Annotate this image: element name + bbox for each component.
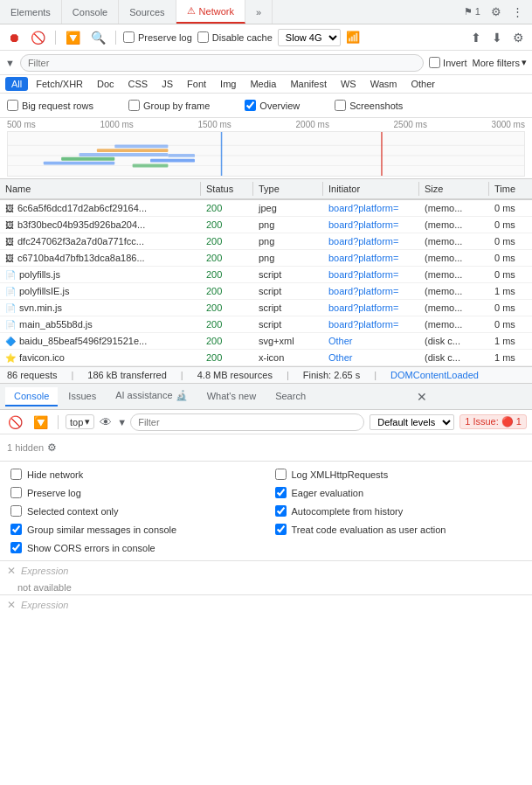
setting-checkbox-7[interactable] bbox=[275, 524, 287, 535]
settings-icon[interactable]: ⚙ bbox=[487, 3, 505, 20]
overview-checkbox[interactable] bbox=[245, 100, 256, 111]
eye-button[interactable]: 👁 bbox=[100, 415, 112, 429]
svg-rect-8 bbox=[133, 164, 169, 168]
setting-item-3[interactable]: Eager evaluation bbox=[275, 485, 522, 500]
col-time[interactable]: Time bbox=[489, 182, 532, 196]
col-size[interactable]: Size bbox=[419, 182, 489, 196]
preserve-log-label[interactable]: Preserve log bbox=[123, 31, 192, 43]
preserve-log-checkbox[interactable] bbox=[123, 31, 135, 43]
table-row[interactable]: 📄 main_ab55b8d.js 200 script board?platf… bbox=[0, 316, 532, 333]
setting-item-7[interactable]: Treat code evaluation as user action bbox=[275, 522, 522, 537]
overview-chart[interactable]: 500 ms1000 ms1500 ms2000 ms2500 ms3000 m… bbox=[0, 118, 532, 179]
col-status[interactable]: Status bbox=[201, 182, 253, 196]
setting-item-1[interactable]: Log XMLHttpRequests bbox=[275, 467, 522, 482]
setting-item-5[interactable]: Autocomplete from history bbox=[275, 504, 522, 518]
setting-item-4[interactable]: Selected context only bbox=[10, 504, 258, 518]
cell-initiator: board?platform= bbox=[323, 283, 419, 299]
filter-tab-js[interactable]: JS bbox=[155, 77, 179, 91]
tab-more[interactable]: » bbox=[245, 0, 273, 24]
overview-option[interactable]: Overview bbox=[245, 100, 300, 111]
clear-button[interactable]: 🚫 bbox=[28, 29, 48, 46]
bottom-tab-issues[interactable]: Issues bbox=[59, 387, 105, 406]
download-button[interactable]: ⬇ bbox=[489, 29, 505, 46]
table-row[interactable]: 🖼 c6710ba4d7bfb13dca8a186... 200 png boa… bbox=[0, 250, 532, 267]
bottom-tab-ai-assistance-🔬[interactable]: AI assistance 🔬 bbox=[107, 386, 196, 406]
bottom-tab-what's-new[interactable]: What's new bbox=[198, 387, 266, 406]
setting-checkbox-8[interactable] bbox=[10, 542, 22, 553]
filter-tab-img[interactable]: Img bbox=[214, 77, 242, 91]
setting-checkbox-3[interactable] bbox=[275, 487, 287, 498]
more-filters-button[interactable]: More filters ▾ bbox=[473, 57, 527, 68]
invert-checkbox[interactable] bbox=[429, 57, 440, 68]
table-row[interactable]: 📄 polyfills.js 200 script board?platform… bbox=[0, 267, 532, 283]
screenshots-option[interactable]: Screenshots bbox=[335, 100, 403, 111]
setting-item-0[interactable]: Hide network bbox=[10, 467, 258, 482]
console-filter-input[interactable] bbox=[130, 413, 364, 431]
setting-item-2[interactable]: Preserve log bbox=[10, 485, 258, 500]
svg-rect-10 bbox=[168, 154, 195, 157]
table-row[interactable]: 📄 svn.min.js 200 script board?platform= … bbox=[0, 300, 532, 316]
tab-console[interactable]: Console bbox=[62, 0, 119, 24]
filter-tab-fetch/xhr[interactable]: Fetch/XHR bbox=[30, 77, 89, 91]
filter-tab-ws[interactable]: WS bbox=[335, 77, 363, 91]
expression-1-close[interactable]: ✕ bbox=[7, 565, 16, 577]
big-request-rows-option[interactable]: Big request rows bbox=[7, 100, 93, 111]
table-row[interactable]: 🔷 baidu_85beaf5496f291521e... 200 svg+xm… bbox=[0, 333, 532, 350]
col-name[interactable]: Name bbox=[0, 182, 201, 196]
bottom-tab-search[interactable]: Search bbox=[266, 387, 314, 406]
cell-name: 🔷 baidu_85beaf5496f291521e... bbox=[0, 333, 201, 349]
filter-tab-font[interactable]: Font bbox=[181, 77, 212, 91]
tab-sources[interactable]: Sources bbox=[119, 0, 176, 24]
filter-tab-all[interactable]: All bbox=[5, 77, 28, 91]
console-filter-toggle[interactable]: 🔽 bbox=[31, 413, 51, 431]
table-row[interactable]: 📄 polyfillsIE.js 200 script board?platfo… bbox=[0, 283, 532, 300]
table-row[interactable]: 🖼 dfc247062f3a2a7d0a771fcc... 200 png bo… bbox=[0, 233, 532, 250]
setting-checkbox-4[interactable] bbox=[10, 505, 22, 517]
close-panel-button[interactable]: ✕ bbox=[316, 388, 527, 406]
table-row[interactable]: 🖼 b3f30bec04b935d926ba204... 200 png boa… bbox=[0, 217, 532, 233]
filter-tab-manifest[interactable]: Manifest bbox=[284, 77, 333, 91]
bottom-tab-console[interactable]: Console bbox=[5, 387, 58, 406]
setting-checkbox-5[interactable] bbox=[275, 505, 287, 517]
hidden-settings-icon[interactable]: ⚙ bbox=[47, 441, 57, 454]
expression-2-close[interactable]: ✕ bbox=[7, 599, 16, 611]
setting-checkbox-2[interactable] bbox=[10, 487, 22, 498]
filter-tab-media[interactable]: Media bbox=[244, 77, 282, 91]
filter-tab-css[interactable]: CSS bbox=[122, 77, 155, 91]
table-row[interactable]: ⭐ favicon.ico 200 x-icon Other (disk c..… bbox=[0, 350, 532, 366]
disable-cache-label[interactable]: Disable cache bbox=[197, 31, 273, 43]
screenshots-checkbox[interactable] bbox=[335, 100, 346, 111]
setting-checkbox-1[interactable] bbox=[275, 469, 287, 480]
throttle-select[interactable]: Slow 4G bbox=[278, 29, 341, 46]
hidden-count-row: 1 hidden ⚙ bbox=[7, 440, 525, 455]
invert-label[interactable]: Invert bbox=[429, 57, 467, 68]
filter-input[interactable] bbox=[20, 54, 424, 72]
disable-cache-checkbox[interactable] bbox=[197, 31, 209, 43]
tab-elements[interactable]: Elements bbox=[0, 0, 62, 24]
table-row[interactable]: 🖼 6c6a5f6dcd17d2ab6cf29164... 200 jpeg b… bbox=[0, 200, 532, 217]
notification-icon[interactable]: ⚑ 1 bbox=[460, 4, 484, 19]
tab-network[interactable]: ⚠Network bbox=[176, 0, 245, 24]
network-settings-button[interactable]: ⚙ bbox=[510, 29, 527, 46]
levels-select[interactable]: Default levels bbox=[370, 414, 454, 430]
col-type[interactable]: Type bbox=[253, 182, 323, 196]
search-button[interactable]: 🔍 bbox=[88, 29, 108, 46]
col-initiator[interactable]: Initiator bbox=[323, 182, 419, 196]
filter-tab-wasm[interactable]: Wasm bbox=[364, 77, 404, 91]
filter-tab-doc[interactable]: Doc bbox=[91, 77, 121, 91]
upload-button[interactable]: ⬆ bbox=[468, 29, 484, 46]
transferred-size: 186 kB transferred bbox=[87, 370, 167, 380]
filter-tab-other[interactable]: Other bbox=[404, 77, 441, 91]
group-by-frame-option[interactable]: Group by frame bbox=[128, 100, 210, 111]
more-options-icon[interactable]: ⋮ bbox=[508, 3, 527, 20]
group-by-frame-checkbox[interactable] bbox=[128, 100, 140, 111]
clear-console-button[interactable]: 🚫 bbox=[5, 413, 25, 431]
setting-item-6[interactable]: Group similar messages in console bbox=[10, 522, 258, 537]
setting-checkbox-0[interactable] bbox=[10, 469, 22, 480]
setting-checkbox-6[interactable] bbox=[10, 524, 22, 535]
record-button[interactable]: ⏺ bbox=[5, 29, 23, 46]
context-select[interactable]: top ▾ bbox=[66, 414, 94, 429]
big-request-rows-checkbox[interactable] bbox=[7, 100, 18, 111]
setting-item-8[interactable]: Show CORS errors in console bbox=[10, 540, 258, 555]
filter-icon-btn[interactable]: 🔽 bbox=[63, 29, 83, 46]
